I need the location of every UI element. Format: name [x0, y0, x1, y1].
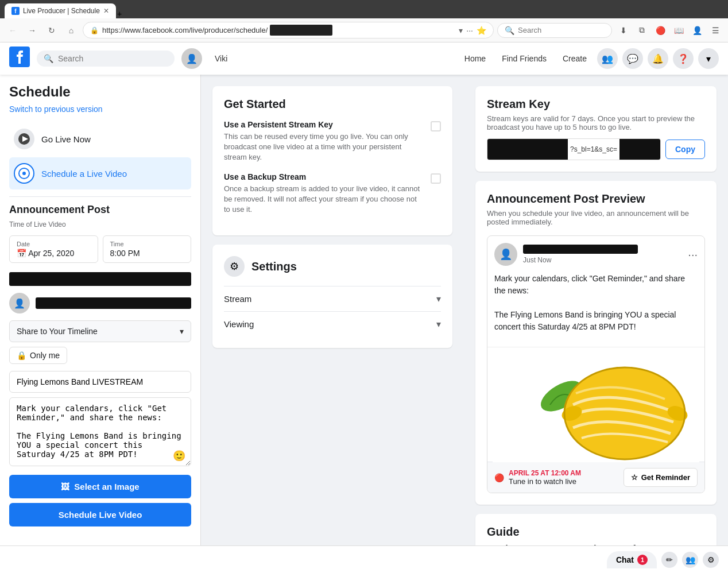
back-button[interactable]: ←	[5, 22, 21, 38]
tab-favicon: f	[11, 7, 20, 15]
toolbar-icon-1[interactable]: 🔴	[652, 22, 668, 38]
new-tab-button[interactable]: +	[117, 9, 122, 18]
go-live-now-option[interactable]: Go Live Now	[9, 123, 191, 155]
chat-badge: 1	[637, 555, 648, 565]
active-tab[interactable]: f Live Producer | Schedule ✕	[5, 3, 116, 18]
user-post-row: 👤	[9, 293, 191, 313]
download-icon[interactable]: ⬇	[615, 22, 632, 38]
preview-desc: When you schedule your live video, an an…	[487, 209, 705, 226]
nav-create[interactable]: Create	[557, 51, 593, 67]
sync-icon[interactable]: 👤	[689, 22, 705, 38]
nav-home[interactable]: Home	[459, 51, 491, 67]
menu-icon[interactable]: ☰	[707, 22, 723, 38]
left-sidebar: Schedule Switch to previous version Go L…	[0, 75, 201, 570]
facebook-nav: Home Find Friends Create 👥 💬 🔔 ❓ ▾	[459, 48, 719, 69]
post-description-textarea[interactable]: Mark your calendars, click "Get Reminder…	[9, 397, 191, 466]
select-image-button[interactable]: 🖼 Select an Image	[9, 475, 191, 498]
event-info: 🔴 APRIL 25 AT 12:00 AM Tune in to watch …	[494, 469, 581, 486]
nav-viki[interactable]: Viki	[209, 51, 233, 67]
event-date: APRIL 25 AT 12:00 AM	[509, 469, 581, 477]
time-value: 8:00 PM	[110, 249, 184, 258]
schedule-label: Schedule a Live Video	[41, 169, 127, 179]
browser-nav: ← → ↻ ⌂ 🔒 https://www.facebook.com/live/…	[0, 18, 728, 42]
get-started-title: Get Started	[224, 98, 441, 111]
middle-panel: Get Started Use a Persistent Stream Key …	[201, 75, 464, 570]
post-preview-card: 👤 Just Now ··· Mark your calendars, clic…	[487, 235, 705, 493]
backup-stream-text: Use a Backup Stream Once a backup stream…	[224, 172, 424, 215]
user-avatar: 👤	[181, 48, 202, 69]
friends-icon[interactable]: 👥	[597, 48, 618, 69]
stream-key-redacted-right	[619, 139, 660, 160]
chat-label: Chat	[616, 555, 634, 564]
stream-key-desc: Stream keys are valid for 7 days. Once y…	[487, 114, 705, 131]
privacy-button[interactable]: 🔒 Only me	[9, 347, 67, 364]
post-description-wrapper: Mark your calendars, click "Get Reminder…	[9, 397, 191, 468]
page-title: Schedule	[9, 84, 191, 100]
chat-settings-icon[interactable]: ⚙	[703, 552, 719, 568]
persistent-stream-checkbox[interactable]	[431, 121, 441, 131]
stream-key-title: Stream Key	[487, 98, 705, 111]
lemon-image	[487, 347, 704, 462]
preview-user-info: Just Now	[523, 245, 682, 264]
viewing-chevron-icon: ▾	[436, 319, 441, 330]
post-preview-text: Mark your calendars, click "Get Reminder…	[494, 273, 698, 333]
persistent-stream-title: Use a Persistent Stream Key	[224, 120, 424, 129]
backup-stream-option: Use a Backup Stream Once a backup stream…	[224, 172, 441, 215]
facebook-search-bar[interactable]: 🔍	[37, 51, 175, 67]
help-icon[interactable]: ❓	[673, 48, 694, 69]
viewing-settings-row[interactable]: Viewing ▾	[224, 311, 441, 336]
post-event-footer: 🔴 APRIL 25 AT 12:00 AM Tune in to watch …	[487, 462, 704, 493]
forward-button[interactable]: →	[24, 22, 40, 38]
share-label: Share to Your Timeline	[17, 327, 98, 336]
persistent-stream-desc: This can be reused every time you go liv…	[224, 131, 424, 163]
browser-search-input[interactable]	[518, 26, 605, 34]
notifications-icon[interactable]: 🔔	[648, 48, 668, 69]
get-reminder-button[interactable]: ☆ Get Reminder	[624, 468, 698, 487]
reload-button[interactable]: ↻	[44, 22, 60, 38]
star-icon: ☆	[631, 473, 638, 482]
reading-mode-icon[interactable]: 📖	[671, 22, 687, 38]
post-title-input[interactable]	[9, 371, 191, 393]
fb-search-input[interactable]	[58, 54, 168, 63]
url-expand-icon: ▾	[459, 26, 463, 35]
extensions-icon[interactable]: ⧉	[634, 22, 650, 38]
preview-post-time: Just Now	[523, 256, 682, 264]
guide-title: Guide	[487, 525, 705, 539]
chat-compose-icon[interactable]: ✏	[661, 552, 677, 568]
schedule-live-video-button[interactable]: Schedule Live Video	[9, 503, 191, 526]
chat-actions: ✏ 👥 ⚙	[661, 552, 719, 568]
event-calendar-icon: 🔴	[494, 473, 504, 482]
preview-title: Announcement Post Preview	[487, 192, 705, 206]
address-bar[interactable]: 🔒 https://www.facebook.com/live/producer…	[83, 22, 494, 38]
tab-title: Live Producer | Schedule	[23, 7, 100, 15]
nav-find-friends[interactable]: Find Friends	[496, 51, 552, 67]
messenger-icon[interactable]: 💬	[622, 48, 643, 69]
copy-stream-key-button[interactable]: Copy	[665, 140, 705, 159]
post-preview-body: Mark your calendars, click "Get Reminder…	[487, 273, 704, 347]
chat-bar: Chat 1 ✏ 👥 ⚙	[0, 545, 728, 570]
bookmark-icon[interactable]: ⭐	[477, 26, 486, 35]
stream-key-partial: ?s_bl=1&s_sc=	[568, 145, 619, 153]
time-picker[interactable]: Time 8:00 PM	[103, 235, 192, 263]
home-button[interactable]: ⌂	[63, 22, 79, 38]
post-options-icon[interactable]: ···	[688, 248, 698, 261]
browser-search-bar[interactable]: 🔍	[497, 23, 612, 38]
backup-stream-checkbox[interactable]	[431, 173, 441, 184]
switch-version-link[interactable]: Switch to previous version	[9, 104, 191, 114]
chat-people-icon[interactable]: 👥	[682, 552, 698, 568]
emoji-button[interactable]: 🙂	[173, 450, 185, 462]
close-tab-button[interactable]: ✕	[103, 7, 109, 15]
date-time-row: Date 📅 Apr 25, 2020 Time 8:00 PM	[9, 235, 191, 263]
share-dropdown[interactable]: Share to Your Timeline ▾	[9, 320, 191, 342]
settings-gear-icon: ⚙	[224, 256, 245, 277]
chat-button[interactable]: Chat 1	[607, 551, 657, 568]
persistent-stream-option: Use a Persistent Stream Key This can be …	[224, 120, 441, 163]
backup-stream-desc: Once a backup stream is added to your li…	[224, 184, 424, 215]
chevron-down-icon[interactable]: ▾	[698, 48, 719, 69]
stream-chevron-icon: ▾	[436, 293, 441, 304]
preview-user-avatar: 👤	[494, 243, 517, 266]
time-of-live-label: Time of Live Video	[9, 220, 191, 229]
date-picker[interactable]: Date 📅 Apr 25, 2020	[9, 235, 98, 263]
stream-settings-row[interactable]: Stream ▾	[224, 286, 441, 311]
schedule-live-option[interactable]: Schedule a Live Video	[9, 157, 191, 189]
